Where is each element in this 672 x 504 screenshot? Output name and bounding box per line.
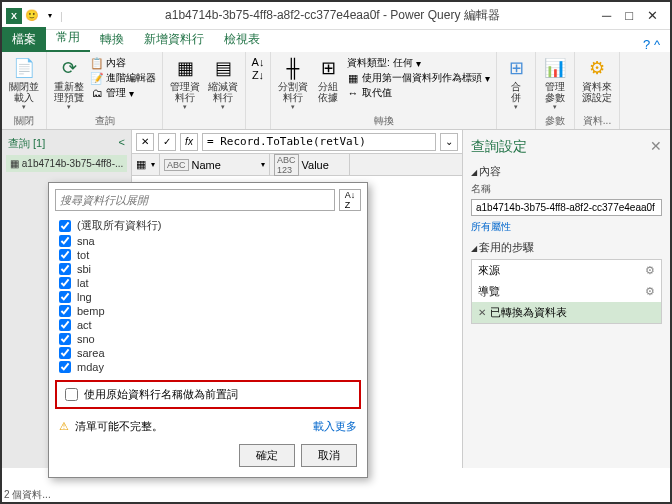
steps-section: 套用的步驟: [471, 240, 662, 255]
tab-file[interactable]: 檔案: [2, 27, 46, 52]
column-checkbox[interactable]: sarea: [59, 346, 357, 360]
column-value[interactable]: ABC123Value: [270, 154, 350, 175]
replace-values-button[interactable]: ↔取代值: [347, 86, 490, 100]
sort-asc-icon[interactable]: A↓: [252, 56, 264, 68]
help-icon[interactable]: ? ^: [643, 37, 670, 52]
groupby-icon: ⊞: [316, 56, 340, 80]
all-properties-link[interactable]: 所有屬性: [471, 220, 662, 234]
editor-icon: 📝: [91, 72, 103, 84]
refresh-icon: ⟳: [57, 56, 81, 80]
close-load-icon: 📄: [12, 56, 36, 80]
datasource-icon: ⚙: [585, 56, 609, 80]
select-all-checkbox[interactable]: (選取所有資料行): [59, 217, 357, 234]
sort-buttons[interactable]: A↓ Z↓: [250, 54, 266, 83]
expand-columns-popup: A↓Z (選取所有資料行) snatotsbilatlngbempactsnos…: [48, 182, 368, 478]
parameters-button[interactable]: 📊管理 參數▾: [540, 54, 570, 113]
column-checkbox[interactable]: sna: [59, 234, 357, 248]
column-checkbox[interactable]: lat: [59, 276, 357, 290]
firstrow-header-button[interactable]: ▦使用第一個資料列作為標頭 ▾: [347, 71, 490, 85]
queries-header: 查詢 [1]: [8, 136, 45, 151]
params-icon: 📊: [543, 56, 567, 80]
close-icon[interactable]: ✕: [647, 8, 658, 23]
formula-input[interactable]: [202, 133, 436, 151]
split-icon: ╫: [281, 56, 305, 80]
prefix-checkbox[interactable]: 使用原始資料行名稱做為前置詞: [65, 387, 351, 402]
column-checkbox[interactable]: bemp: [59, 304, 357, 318]
smiley-icon[interactable]: 🙂: [24, 8, 40, 24]
step-navigation[interactable]: 導覽⚙: [472, 281, 661, 302]
tab-addcolumn[interactable]: 新增資料行: [134, 27, 214, 52]
maximize-icon[interactable]: □: [625, 8, 633, 23]
status-bar: 2 個資料...: [4, 488, 51, 502]
fx-expand-icon[interactable]: ⌄: [440, 133, 458, 151]
sort-desc-icon[interactable]: Z↓: [252, 69, 264, 81]
content-section: 內容: [471, 164, 662, 179]
query-item[interactable]: ▦ a1b4714b-3b75-4ff8-...: [6, 155, 127, 172]
warning-icon: ⚠: [59, 420, 69, 433]
split-column-button[interactable]: ╫分割資 料行▾: [275, 54, 311, 113]
gear-icon[interactable]: ⚙: [645, 264, 655, 277]
close-pane-icon[interactable]: ✕: [650, 138, 662, 156]
properties-button[interactable]: 📋內容: [91, 56, 156, 70]
step-convert-table[interactable]: ✕已轉換為資料表: [472, 302, 661, 323]
fx-accept-icon[interactable]: ✓: [158, 133, 176, 151]
rows-icon: ▤: [211, 56, 235, 80]
column-checkbox[interactable]: act: [59, 318, 357, 332]
manage-button[interactable]: 🗂管理 ▾: [91, 86, 156, 100]
advanced-editor-button[interactable]: 📝進階編輯器: [91, 71, 156, 85]
manage-icon: 🗂: [91, 87, 103, 99]
fx-cancel-icon[interactable]: ✕: [136, 133, 154, 151]
column-checkbox[interactable]: tot: [59, 248, 357, 262]
search-input[interactable]: [55, 189, 335, 211]
tab-transform[interactable]: 轉換: [90, 27, 134, 52]
column-checkbox[interactable]: mday: [59, 360, 357, 374]
columns-icon: ▦: [173, 56, 197, 80]
column-checkbox[interactable]: sbi: [59, 262, 357, 276]
load-more-link[interactable]: 載入更多: [313, 419, 357, 434]
dropdown-icon[interactable]: ▾: [42, 8, 58, 24]
properties-icon: 📋: [91, 57, 103, 69]
groupby-button[interactable]: ⊞分組 依據: [313, 54, 343, 105]
table-corner[interactable]: ▦▾: [132, 154, 160, 175]
datasource-button[interactable]: ⚙資料來 源設定: [579, 54, 615, 105]
header-icon: ▦: [347, 72, 359, 84]
minimize-icon[interactable]: ─: [602, 8, 611, 23]
column-checkbox[interactable]: sno: [59, 332, 357, 346]
combine-icon: ⊞: [504, 56, 528, 80]
column-name[interactable]: ABCName▾: [160, 154, 270, 175]
sort-toggle-icon[interactable]: A↓Z: [339, 189, 361, 211]
cancel-button[interactable]: 取消: [301, 444, 357, 467]
datatype-button[interactable]: 資料類型: 任何 ▾: [347, 56, 490, 70]
ok-button[interactable]: 確定: [239, 444, 295, 467]
tab-view[interactable]: 檢視表: [214, 27, 270, 52]
step-source[interactable]: 來源⚙: [472, 260, 661, 281]
reduce-rows-button[interactable]: ▤縮減資 料行▾: [205, 54, 241, 113]
query-name-input[interactable]: a1b4714b-3b75-4ff8-a8f2-cc377e4eaa0f: [471, 199, 662, 216]
collapse-icon[interactable]: <: [119, 136, 125, 151]
gear-icon[interactable]: ⚙: [645, 285, 655, 298]
combine-button[interactable]: ⊞合 併▾: [501, 54, 531, 113]
tab-home[interactable]: 常用: [46, 25, 90, 52]
column-checkbox[interactable]: lng: [59, 290, 357, 304]
manage-columns-button[interactable]: ▦管理資 料行▾: [167, 54, 203, 113]
excel-icon: X: [6, 8, 22, 24]
settings-title: 查詢設定: [471, 138, 527, 156]
close-load-button[interactable]: 📄 關閉並 載入 ▾: [6, 54, 42, 113]
window-title: a1b4714b-3b75-4ff8-a8f2-cc377e4eaa0f - P…: [63, 7, 602, 24]
refresh-button[interactable]: ⟳ 重新整 理預覽 ▾: [51, 54, 87, 113]
replace-icon: ↔: [347, 87, 359, 99]
fx-label: fx: [180, 133, 198, 151]
